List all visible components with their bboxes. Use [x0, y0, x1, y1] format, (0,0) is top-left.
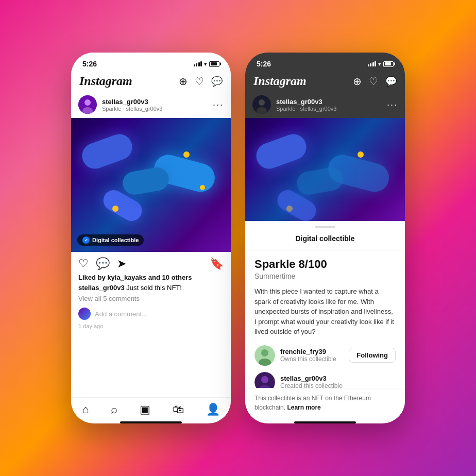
- nft-subtitle: Summertime: [254, 272, 396, 280]
- following-button[interactable]: Following: [349, 348, 396, 363]
- post-subtitle-right: Sparkle · stellas_gr00v3: [276, 106, 387, 112]
- heart-nav-icon-left[interactable]: ♡: [195, 75, 204, 88]
- messenger-icon-right[interactable]: 💬: [385, 76, 397, 87]
- share-icon-left[interactable]: ➤: [117, 257, 126, 270]
- post-username-left[interactable]: stellas_gr00v3: [102, 98, 213, 106]
- action-icons-left: ♡ 💬 ➤: [78, 257, 210, 270]
- learn-more-link[interactable]: Learn more: [287, 404, 320, 411]
- battery-left: [209, 61, 219, 67]
- creator-avatar: [254, 372, 275, 388]
- post-image-left: ✓ Digital collectible: [71, 118, 231, 252]
- nav-icons-left: ⊕ ♡ 💬: [179, 75, 223, 88]
- comment-avatar-left: [78, 308, 91, 320]
- add-comment-left: Add a comment...: [71, 304, 231, 323]
- add-post-icon-left[interactable]: ⊕: [179, 75, 188, 88]
- time-right: 5:26: [257, 60, 271, 68]
- post-user-info-right: stellas_gr00v3 Sparkle · stellas_gr00v3: [276, 98, 387, 112]
- sheet-title: Digital collectible: [245, 234, 405, 250]
- svg-point-1: [84, 99, 91, 106]
- profile-nav-icon[interactable]: 👤: [206, 403, 220, 416]
- more-btn-left[interactable]: ···: [213, 99, 224, 110]
- svg-point-4: [259, 99, 265, 106]
- sheet-panel: Digital collectible Sparkle 8/100 Summer…: [245, 221, 405, 419]
- creator-role: Created this collectible: [280, 382, 396, 388]
- owner-role: Owns this collectible: [280, 355, 349, 363]
- badge-check-icon: ✓: [82, 236, 90, 244]
- post-avatar-left: [78, 95, 97, 114]
- signal-bars-right: [368, 61, 377, 66]
- creator-name[interactable]: stellas_gr00v3: [280, 375, 396, 382]
- post-actions-left: ♡ 💬 ➤ 🔖: [71, 252, 231, 274]
- like-icon-left[interactable]: ♡: [78, 257, 89, 270]
- post-subtitle-left: Sparkle · stellas_gr00v3: [102, 106, 213, 112]
- more-btn-right[interactable]: ···: [387, 99, 398, 110]
- svg-point-7: [261, 349, 268, 356]
- comments-link-left[interactable]: View all 5 comments: [71, 295, 231, 304]
- bookmark-icon-left[interactable]: 🔖: [210, 257, 224, 270]
- owner-name[interactable]: frenchie_fry39: [280, 348, 349, 355]
- comment-input-left[interactable]: Add a comment...: [95, 310, 147, 318]
- dark-top-section: 5:26 ▾ Instagram: [245, 53, 405, 221]
- phones-container: 5:26 ▾ Instagram ⊕ ♡ 💬: [71, 53, 405, 423]
- home-nav-icon[interactable]: ⌂: [82, 403, 89, 416]
- status-bar-right: 5:26 ▾: [245, 53, 405, 71]
- owner-info: frenchie_fry39 Owns this collectible: [280, 348, 349, 363]
- sheet-content: Sparkle 8/100 Summertime With this piece…: [245, 250, 405, 388]
- battery-right: [383, 61, 394, 67]
- caption-username[interactable]: stellas_gr00v3: [78, 284, 125, 292]
- caption-left: stellas_gr00v3 Just sold this NFT!: [71, 283, 231, 295]
- sheet-handle: [315, 226, 335, 228]
- owner-avatar: [254, 345, 275, 366]
- nft-footer: This collectible is an NFT on the Ethere…: [245, 388, 405, 419]
- comment-icon-left[interactable]: 💬: [96, 257, 110, 270]
- messenger-icon-left[interactable]: 💬: [211, 76, 223, 87]
- nft-creator-row: stellas_gr00v3 Created this collectible: [254, 372, 396, 388]
- post-username-right[interactable]: stellas_gr00v3: [276, 98, 387, 106]
- nav-icons-right: ⊕ ♡ 💬: [353, 75, 397, 88]
- instagram-logo-right: Instagram: [253, 74, 353, 88]
- post-avatar-right: [252, 95, 271, 114]
- add-post-icon-right[interactable]: ⊕: [353, 75, 362, 88]
- nav-bar-right: Instagram ⊕ ♡ 💬: [245, 71, 405, 91]
- likes-text-left: Liked by kyia_kayaks and 10 others: [71, 274, 231, 283]
- collectible-badge-left: ✓ Digital collectible: [77, 234, 144, 246]
- heart-nav-icon-right[interactable]: ♡: [369, 75, 378, 88]
- post-user-info-left: stellas_gr00v3 Sparkle · stellas_gr00v3: [102, 98, 213, 112]
- svg-point-10: [261, 376, 268, 383]
- time-ago-left: 1 day ago: [71, 323, 231, 333]
- post-header-right: stellas_gr00v3 Sparkle · stellas_gr00v3 …: [245, 91, 405, 118]
- status-icons-right: ▾: [368, 61, 394, 67]
- search-nav-icon[interactable]: ⌕: [111, 403, 117, 416]
- creator-info: stellas_gr00v3 Created this collectible: [280, 375, 396, 388]
- badge-text: Digital collectible: [92, 237, 139, 243]
- dot-yellow-r2: [286, 206, 293, 212]
- signal-bars-left: [194, 61, 202, 66]
- dot-yellow-2: [112, 206, 118, 212]
- post-header-left: stellas_gr00v3 Sparkle · stellas_gr00v3 …: [71, 91, 231, 118]
- home-indicator-right: [294, 421, 356, 423]
- phone-left: 5:26 ▾ Instagram ⊕ ♡ 💬: [71, 53, 231, 423]
- wifi-icon-right: ▾: [378, 61, 381, 67]
- post-image-right: [245, 118, 405, 221]
- status-bar-left: 5:26 ▾: [71, 53, 231, 71]
- nft-title: Sparkle 8/100: [254, 258, 396, 271]
- home-indicator-left: [120, 421, 182, 423]
- time-left: 5:26: [82, 60, 97, 68]
- caption-text: Just sold this NFT!: [126, 284, 182, 292]
- wifi-icon-left: ▾: [204, 61, 207, 67]
- phone-right: 5:26 ▾ Instagram: [245, 53, 405, 423]
- nav-bar-left: Instagram ⊕ ♡ 💬: [71, 71, 231, 91]
- nft-description: With this piece I wanted to capture what…: [254, 286, 396, 337]
- bottom-nav-left: ⌂ ⌕ ▣ 🛍 👤: [71, 397, 231, 419]
- status-icons-left: ▾: [194, 61, 220, 67]
- shop-nav-icon[interactable]: 🛍: [173, 403, 184, 416]
- nft-owner-row: frenchie_fry39 Owns this collectible Fol…: [254, 345, 396, 366]
- dot-yellow-3: [200, 185, 205, 190]
- dot-yellow-1: [183, 151, 190, 158]
- instagram-logo-left: Instagram: [79, 74, 179, 88]
- dot-yellow-r1: [358, 151, 364, 158]
- reels-nav-icon[interactable]: ▣: [140, 403, 150, 416]
